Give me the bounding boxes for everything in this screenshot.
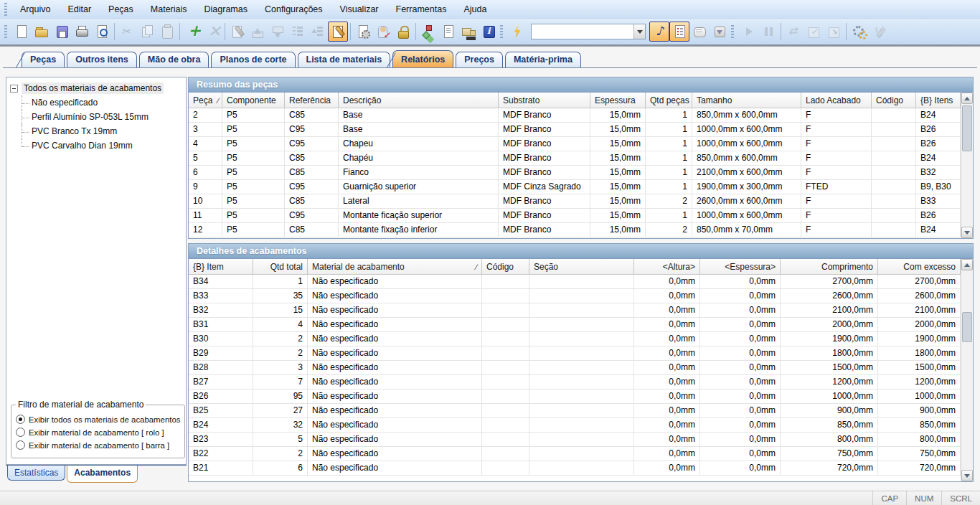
tree-root-label[interactable]: Todos os materiais de acabamentos <box>22 82 164 94</box>
tab-relatorios[interactable]: Relatórios <box>392 50 453 67</box>
table-row[interactable]: B3335Não especificado0,0mm0,0mm2600,0mm2… <box>189 289 961 303</box>
tree-item-perfil-aluminio-sp053l-15mm[interactable]: Perfil Alumínio SP-053L 15mm <box>20 110 182 124</box>
table-row[interactable]: B314Não especificado0,0mm0,0mm2000,0mm20… <box>189 318 961 332</box>
column-header-material-de-acabamento[interactable]: Material de acabamento <box>308 259 482 274</box>
tab-precos[interactable]: Preços <box>456 52 503 67</box>
radio-button[interactable] <box>16 428 25 437</box>
column-header-codigo[interactable]: Código <box>482 259 529 274</box>
table-row[interactable]: B2695Não especificado0,0mm0,0mm1000,0mm1… <box>189 390 961 404</box>
truck-button[interactable] <box>458 22 479 42</box>
lightning-button[interactable] <box>507 22 527 42</box>
table-row[interactable]: B216Não especificado0,0mm0,0mm720,0mm720… <box>189 461 961 476</box>
menu-item-diagramas[interactable]: Diagramas <box>196 1 256 17</box>
add-piece-button[interactable] <box>182 22 202 42</box>
table-row[interactable]: 3P5C95BaseMDF Branco15,0mm11000,0mm x 60… <box>189 123 961 137</box>
table-row[interactable]: B283Não especificado0,0mm0,0mm1500,0mm15… <box>189 361 961 375</box>
summary-scrollbar[interactable] <box>961 93 973 238</box>
tree-item-pvc-branco-tx-19mm[interactable]: PVC Branco Tx 19mm <box>20 124 182 138</box>
table-row[interactable]: B235Não especificado0,0mm0,0mm800,0mm800… <box>189 433 961 447</box>
info-button[interactable] <box>479 22 499 42</box>
print-button[interactable] <box>72 22 92 42</box>
lock-button[interactable] <box>393 22 413 42</box>
package-down-button[interactable] <box>710 22 730 42</box>
menu-item-editar[interactable]: Editar <box>59 1 100 17</box>
column-header-b-itens[interactable]: {B} Itens <box>916 93 961 108</box>
filter-option-exibir-todos-os-materiais-de-acabamentos[interactable]: Exibir todos os materiais de acabamentos <box>16 415 180 424</box>
calculate-button[interactable] <box>353 22 373 42</box>
tab-outros-itens[interactable]: Outros itens <box>67 52 137 67</box>
scroll-up-button[interactable] <box>961 93 973 104</box>
tree-root-node[interactable]: Todos os materiais de acabamentos <box>10 82 182 94</box>
collapse-icon[interactable] <box>10 85 18 93</box>
table-row[interactable]: B302Não especificado0,0mm0,0mm1900,0mm19… <box>189 332 961 346</box>
tree-item-pvc-carvalho-dian-19mm[interactable]: PVC Carvalho Dian 19mm <box>20 138 182 153</box>
scroll-up-button[interactable] <box>961 259 973 270</box>
column-header-comprimento[interactable]: Comprimento <box>781 259 878 274</box>
tab-planos-de-corte[interactable]: Planos de corte <box>211 52 295 67</box>
new-document-button[interactable] <box>11 22 32 42</box>
toolbar-drag-handle[interactable] <box>4 25 7 38</box>
scroll-thumb[interactable] <box>962 312 972 342</box>
diagram-tree-button[interactable] <box>418 22 438 42</box>
column-header-espessura[interactable]: Espessura <box>590 93 646 108</box>
menubar-drag-handle[interactable] <box>4 3 7 16</box>
scroll-thumb[interactable] <box>962 105 972 151</box>
bottom-tab-estatisticas[interactable]: Estatísticas <box>7 466 65 481</box>
bottom-tab-acabamentos[interactable]: Acabamentos <box>67 466 138 483</box>
menu-item-ferramentas[interactable]: Ferramentas <box>387 1 456 17</box>
table-row[interactable]: B2527Não especificado0,0mm0,0mm900,0mm90… <box>189 404 961 418</box>
column-header-qtd-total[interactable]: Qtd total <box>253 259 308 274</box>
scroll-down-button[interactable] <box>961 470 973 481</box>
column-header-espessura[interactable]: <Espessura> <box>700 259 781 274</box>
toolbar-drag-handle[interactable] <box>500 25 503 38</box>
table-row[interactable]: B222Não especificado0,0mm0,0mm750,0mm750… <box>189 447 961 461</box>
music-button[interactable] <box>649 22 669 42</box>
column-header-lado-acabado[interactable]: Lado Acabado <box>801 93 872 108</box>
column-header-secao[interactable]: Seção <box>529 259 634 274</box>
column-header-com-excesso[interactable]: Com excesso <box>878 259 961 274</box>
print-preview-button[interactable] <box>92 22 112 42</box>
column-header-altura[interactable]: <Altura> <box>634 259 700 274</box>
toolbar-drag-handle[interactable] <box>731 25 734 38</box>
column-header-componente[interactable]: Componente <box>222 93 285 108</box>
table-row[interactable]: 2P5C85BaseMDF Branco15,0mm1850,0mm x 600… <box>189 108 961 123</box>
table-row[interactable]: B277Não especificado0,0mm0,0mm1200,0mm12… <box>189 375 961 390</box>
table-row[interactable]: B341Não especificado0,0mm0,0mm2700,0mm27… <box>189 275 961 289</box>
tab-pecas[interactable]: Peças <box>22 52 65 67</box>
column-header-codigo[interactable]: Código <box>872 93 916 108</box>
table-row[interactable]: 6P5C85FiancoMDF Branco15,0mm12100,0mm x … <box>189 166 961 180</box>
tab-lista-de-materiais[interactable]: Lista de materiais <box>298 52 391 67</box>
tab-materiaprima[interactable]: Matéria-prima <box>505 52 581 67</box>
menu-item-visualizar[interactable]: Visualizar <box>331 1 387 17</box>
script-button[interactable] <box>689 22 710 42</box>
filter-option-exibir-material-de-acabamento-rolo[interactable]: Exibir material de acabamento [ rolo ] <box>16 428 180 437</box>
column-header-tamanho[interactable]: Tamanho <box>692 93 801 108</box>
table-row[interactable]: 10P5C85LateralMDF Branco15,0mm22600,0mm … <box>189 194 961 209</box>
toolbar-combobox[interactable] <box>531 24 646 39</box>
radio-button-selected[interactable] <box>16 415 25 424</box>
menu-item-materiais[interactable]: Materiais <box>142 1 196 17</box>
table-row[interactable]: B2432Não especificado0,0mm0,0mm850,0mm85… <box>189 418 961 433</box>
scroll-down-button[interactable] <box>961 227 973 238</box>
table-row[interactable]: B292Não especificado0,0mm0,0mm1800,0mm18… <box>189 346 961 361</box>
open-folder-button[interactable] <box>32 22 52 42</box>
details-scrollbar[interactable] <box>961 259 973 481</box>
column-header-referencia[interactable]: Referência <box>285 93 339 108</box>
table-row[interactable]: 5P5C85ChapéuMDF Branco15,0mm1850,0mm x 6… <box>189 151 961 166</box>
menu-item-arquivo[interactable]: Arquivo <box>11 1 59 17</box>
column-header-substrato[interactable]: Substrato <box>499 93 590 108</box>
menu-item-configuracoes[interactable]: Configurações <box>256 1 331 17</box>
column-header-qtd-pecas[interactable]: Qtd peças <box>646 93 692 108</box>
table-row[interactable]: 4P5C95ChapeuMDF Branco15,0mm11000,0mm x … <box>189 137 961 151</box>
settings-button[interactable] <box>849 22 869 42</box>
filter-option-exibir-material-de-acabamento-barra[interactable]: Exibir material de acabamento [ barra ] <box>16 440 180 450</box>
table-row[interactable]: 9P5C95Guarnição superiorMDF Cinza Sagrad… <box>189 180 961 194</box>
table-row[interactable]: B3215Não especificado0,0mm0,0mm2100,0mm2… <box>189 303 961 318</box>
table-row[interactable]: 11P5C95Montante ficação superiorMDF Bran… <box>189 209 961 223</box>
draw-editor-button[interactable] <box>328 22 348 42</box>
menu-item-pecas[interactable]: Peças <box>100 1 142 17</box>
column-header-peca[interactable]: Peça <box>189 93 222 108</box>
save-button[interactable] <box>52 22 72 42</box>
radio-button[interactable] <box>16 440 25 450</box>
tab-mao-de-obra[interactable]: Mão de obra <box>139 52 209 67</box>
